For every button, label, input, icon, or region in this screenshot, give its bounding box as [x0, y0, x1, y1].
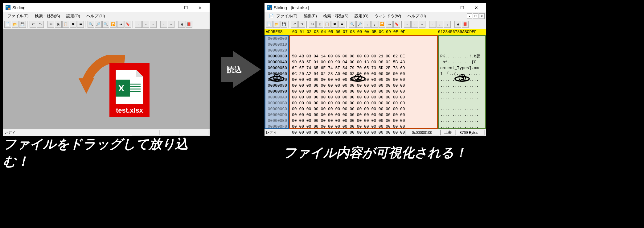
save-button[interactable]: 💾 [19, 21, 26, 28]
maximize-button[interactable]: ☐ [455, 3, 469, 12]
replace-button[interactable]: 🔁 [379, 21, 385, 28]
print-button[interactable]: 🖨 [178, 21, 185, 28]
hex-bytes-column[interactable]: ② 50 4B 03 04 14 00 06 00 08 00 00 00 21… [289, 35, 438, 129]
tool2-button[interactable]: ▫ [142, 21, 149, 28]
mdi-minimize-button[interactable]: - [467, 13, 472, 19]
stirling-window-loaded: Stirling - [test.xlsx] ─ ☐ ✕ 📄 ファイル(F) 編… [265, 3, 486, 136]
sort-down-button[interactable]: ↓ [437, 21, 443, 28]
hex-row[interactable]: 00 00 00 00 00 00 00 00 00 00 00 00 00 0… [292, 118, 435, 124]
menu-search[interactable]: 検索・移動(S) [320, 13, 351, 19]
tool1-button[interactable]: ▫ [404, 21, 411, 28]
tool3-button[interactable]: ▫ [419, 21, 425, 28]
window-title: Stirling - [test.xlsx] [274, 5, 441, 10]
app-icon [267, 5, 272, 10]
menu-settings[interactable]: 設定(O) [351, 13, 371, 19]
copy-button[interactable]: ⎘ [316, 21, 323, 28]
undo-button[interactable]: ↶ [30, 21, 36, 28]
sort-up-button[interactable]: ↑ [444, 21, 451, 28]
menu-help[interactable]: ヘルプ (H) [404, 13, 429, 19]
hex-row[interactable]: 00 00 00 00 00 00 00 00 00 00 00 00 00 0… [292, 94, 435, 100]
help-button[interactable]: 📕 [186, 21, 192, 28]
goto-button[interactable]: ➜ [117, 21, 124, 28]
minimize-button[interactable]: ─ [441, 3, 455, 12]
hex-header-row: ADDRESS 00 01 02 03 04 05 06 07 08 09 0A… [265, 29, 486, 35]
open-button[interactable]: 📂 [12, 21, 18, 28]
delete-button[interactable]: ✖ [70, 21, 76, 28]
workspace-empty[interactable]: X test.xlsx [3, 29, 210, 129]
address-cell: 00000020 [267, 48, 287, 53]
paste-button[interactable]: 📋 [62, 21, 69, 28]
mark-button[interactable]: 🔖 [393, 21, 400, 28]
close-button[interactable]: ✕ [469, 3, 483, 12]
minimize-button[interactable]: ─ [165, 3, 179, 12]
menu-edit[interactable]: 編集(E) [301, 13, 320, 19]
find-button[interactable]: 🔍 [349, 21, 356, 28]
goto-button[interactable]: ➜ [386, 21, 393, 28]
hex-row[interactable]: 00 00 00 00 00 00 00 00 00 00 00 00 00 0… [292, 106, 435, 112]
new-button[interactable]: 📄 [266, 21, 273, 28]
list-button[interactable]: ≣ [338, 21, 345, 28]
status-text: レディ [266, 130, 277, 135]
copy-button[interactable]: ⎘ [55, 21, 62, 28]
redo-button[interactable]: ↷ [298, 21, 305, 28]
address-cell: 00000040 [267, 59, 287, 65]
status-cell [181, 130, 208, 135]
close-button[interactable]: ✕ [193, 3, 207, 12]
maximize-button[interactable]: ☐ [179, 3, 193, 12]
cut-button[interactable]: ✂ [309, 21, 316, 28]
mdi-close-button[interactable]: × [479, 13, 485, 19]
hex-row[interactable]: 00 00 00 00 00 00 00 00 00 00 00 00 00 0… [292, 124, 435, 130]
hex-row[interactable]: 00 00 00 00 00 00 00 00 00 00 00 00 00 0… [292, 112, 435, 118]
hex-row[interactable]: 9D 68 5E 01 00 00 90 04 00 00 13 00 08 0… [292, 59, 435, 65]
tool1-button[interactable]: ▫ [135, 21, 142, 28]
open-button[interactable]: 📂 [273, 21, 280, 28]
print-button[interactable]: 🖨 [454, 21, 461, 28]
undo-button[interactable]: ↶ [291, 21, 298, 28]
tool5-button[interactable]: ▫ [168, 21, 174, 28]
replace-button[interactable]: 🔁 [110, 21, 117, 28]
delete-button[interactable]: ✖ [331, 21, 338, 28]
new-button[interactable]: 📄 [4, 21, 11, 28]
mark-button[interactable]: 🔖 [125, 21, 131, 28]
tool3-button[interactable]: ▫ [150, 21, 157, 28]
find-button[interactable]: 🔍 [88, 21, 94, 28]
cut-button[interactable]: ✂ [47, 21, 54, 28]
list-button[interactable]: ≣ [77, 21, 84, 28]
hex-row[interactable]: 6F 6E 74 65 6E 74 5F 54 79 70 65 73 5D 2… [292, 65, 435, 71]
tool4-button[interactable]: ▫ [429, 21, 436, 28]
mdi-restore-button[interactable]: ❐ [473, 13, 478, 19]
stirling-window-empty: Stirling ─ ☐ ✕ ファイル(F) 検索・移動(S) 設定(O) ヘル… [3, 3, 210, 136]
find-next-button[interactable]: 🔎 [95, 21, 102, 28]
help-button[interactable]: 📕 [462, 21, 469, 28]
redo-button[interactable]: ↷ [37, 21, 44, 28]
hex-row[interactable]: 00 00 00 00 00 00 00 00 00 00 00 00 00 0… [292, 100, 435, 106]
find-next-button[interactable]: 🔎 [356, 21, 363, 28]
menubar: 📄 ファイル(F) 編集(E) 検索・移動(S) 設定(O) ウィンドウ(W) … [265, 12, 486, 20]
find-down-button[interactable]: ↓ [371, 21, 378, 28]
menu-help[interactable]: ヘルプ (H) [83, 13, 108, 19]
paste-button[interactable]: 📋 [324, 21, 330, 28]
titlebar[interactable]: Stirling ─ ☐ ✕ [3, 3, 210, 12]
save-button[interactable]: 💾 [281, 21, 287, 28]
tool4-button[interactable]: ▫ [160, 21, 167, 28]
ascii-row: ontent_Types].xm [440, 65, 484, 71]
menu-settings[interactable]: 設定(O) [63, 13, 83, 19]
menu-search[interactable]: 検索・移動(S) [32, 13, 63, 19]
hex-row[interactable]: 00 00 00 00 00 00 00 00 00 00 00 00 00 0… [292, 89, 435, 94]
annotation-2: ② [350, 76, 366, 82]
hex-row[interactable]: 6C 20 A2 04 02 28 A0 00 02 00 00 00 00 0… [292, 71, 435, 77]
hex-row[interactable]: 00 00 00 00 00 00 00 00 00 00 00 00 00 0… [292, 130, 435, 135]
menu-file[interactable]: ファイル(F) [4, 13, 32, 19]
dragged-file: X test.xlsx [109, 63, 150, 117]
menu-file[interactable]: ファイル(F) [273, 13, 301, 19]
find-up-button[interactable]: ↑ [364, 21, 371, 28]
hex-editor[interactable]: ADDRESS 00 01 02 03 04 05 06 07 08 09 0A… [265, 29, 486, 129]
find-prev-button[interactable]: 🔍 [102, 21, 109, 28]
status-mode: 上書 [440, 130, 456, 135]
titlebar[interactable]: Stirling - [test.xlsx] ─ ☐ ✕ [265, 3, 486, 12]
svg-marker-3 [79, 78, 94, 94]
hex-row[interactable]: 00 00 00 00 00 00 00 00 00 00 00 00 00 0… [292, 83, 435, 89]
tool2-button[interactable]: ▫ [411, 21, 418, 28]
menu-window[interactable]: ウィンドウ(W) [371, 13, 404, 19]
hex-row[interactable]: 50 4B 03 04 14 00 06 00 08 00 00 00 21 0… [292, 53, 435, 59]
